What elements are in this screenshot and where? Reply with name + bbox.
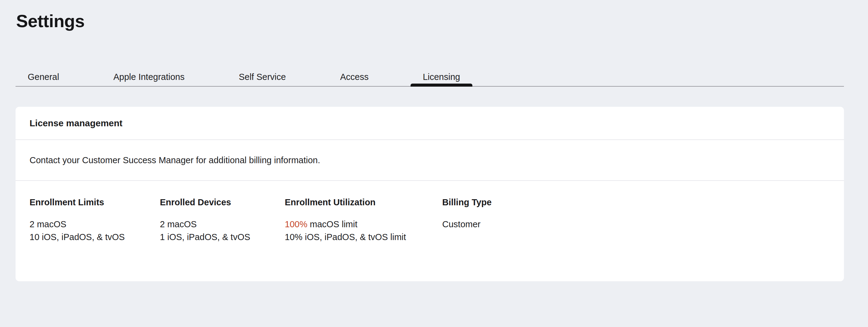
macos-utilization-value: 100% (285, 219, 307, 229)
billing-info-row: Contact your Customer Success Manager fo… (16, 140, 844, 181)
tab-apple-integrations-label: Apple Integrations (113, 72, 185, 82)
enrollment-utilization-macos: 100% macOS limit (285, 218, 442, 230)
card-header: License management (16, 107, 844, 140)
column-enrollment-limits: Enrollment Limits 2 macOS 10 iOS, iPadOS… (30, 197, 160, 281)
enrollment-utilization-header: Enrollment Utilization (285, 197, 442, 208)
column-billing-type: Billing Type Customer (442, 197, 830, 281)
card-title: License management (30, 118, 122, 129)
tab-licensing-label: Licensing (423, 72, 460, 82)
enrolled-devices-macos: 2 macOS (160, 218, 285, 230)
tab-access-label: Access (340, 72, 369, 82)
enrollment-limits-header: Enrollment Limits (30, 197, 160, 208)
enrolled-devices-ios: 1 iOS, iPadOS, & tvOS (160, 230, 285, 243)
settings-page: Settings General Apple Integrations Self… (16, 12, 844, 281)
billing-type-value: Customer (442, 218, 830, 230)
enrolled-devices-header: Enrolled Devices (160, 197, 285, 208)
tab-apple-integrations[interactable]: Apple Integrations (101, 68, 197, 86)
column-enrollment-utilization: Enrollment Utilization 100% macOS limit … (285, 197, 442, 281)
license-details-columns: Enrollment Limits 2 macOS 10 iOS, iPadOS… (16, 181, 844, 281)
tab-self-service[interactable]: Self Service (226, 68, 298, 86)
enrollment-limits-macos: 2 macOS (30, 218, 160, 230)
enrollment-utilization-ios: 10% iOS, iPadOS, & tvOS limit (285, 230, 442, 243)
settings-tab-bar: General Apple Integrations Self Service … (16, 68, 844, 87)
page-title: Settings (16, 12, 844, 30)
tab-access[interactable]: Access (328, 68, 381, 86)
enrollment-limits-ios: 10 iOS, iPadOS, & tvOS (30, 230, 160, 243)
license-management-card: License management Contact your Customer… (16, 107, 844, 281)
macos-utilization-label: macOS limit (310, 219, 357, 229)
column-enrolled-devices: Enrolled Devices 2 macOS 1 iOS, iPadOS, … (160, 197, 285, 281)
tab-self-service-label: Self Service (239, 72, 286, 82)
tab-general[interactable]: General (16, 68, 71, 86)
billing-type-header: Billing Type (442, 197, 830, 208)
tab-general-label: General (28, 72, 59, 82)
billing-info-text: Contact your Customer Success Manager fo… (30, 155, 320, 165)
tab-licensing[interactable]: Licensing (410, 68, 472, 86)
